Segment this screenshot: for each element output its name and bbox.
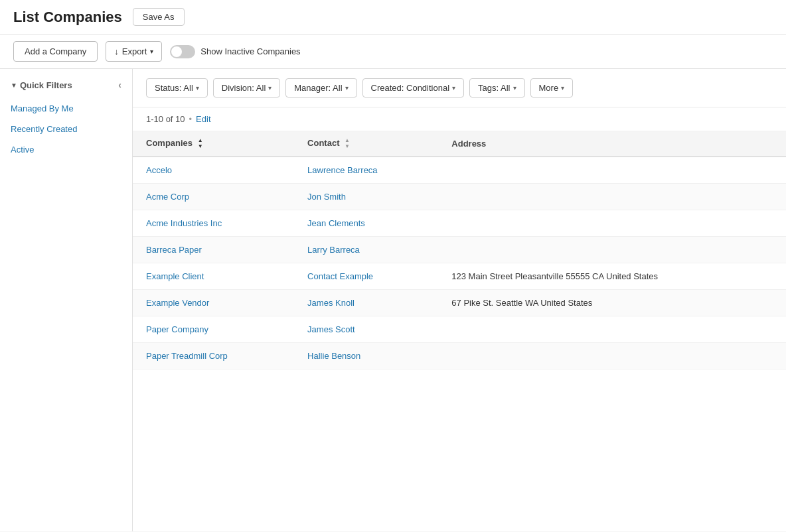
company-link[interactable]: Barreca Paper <box>146 245 202 255</box>
page-title: List Companies <box>13 9 122 26</box>
created-caret-icon: ▾ <box>452 84 455 92</box>
company-cell: Barreca Paper <box>133 237 294 263</box>
created-filter-button[interactable]: Created: Conditional ▾ <box>362 78 465 98</box>
contact-link[interactable]: James Knoll <box>307 298 354 308</box>
company-cell: Paper Company <box>133 316 294 343</box>
sidebar-item-active[interactable]: Active <box>0 139 132 160</box>
table-meta: 1-10 of 10 • Edit <box>133 107 786 131</box>
company-link[interactable]: Paper Treadmill Corp <box>146 351 228 361</box>
table-row: Acme Industries IncJean Clements <box>133 210 786 237</box>
contact-link[interactable]: Lawrence Barreca <box>307 165 378 175</box>
sidebar: ▼ Quick Filters ‹ Managed By Me Recently… <box>0 69 133 531</box>
collapse-icon[interactable]: ‹ <box>118 80 121 90</box>
contact-link[interactable]: Larry Barreca <box>307 245 360 255</box>
contact-column-header[interactable]: Contact ▲ ▼ <box>294 131 438 157</box>
table-range: 1-10 of 10 <box>146 114 185 124</box>
address-cell <box>438 237 786 263</box>
more-caret-icon: ▾ <box>561 84 564 92</box>
address-cell <box>438 184 786 210</box>
address-cell: 67 Pike St. Seattle WA United States <box>438 290 786 316</box>
contact-link[interactable]: Contact Example <box>307 271 373 281</box>
table-row: Acme CorpJon Smith <box>133 184 786 210</box>
export-label: Export <box>122 46 147 56</box>
contact-link[interactable]: Jean Clements <box>307 218 365 228</box>
companies-sort-icon: ▲ ▼ <box>198 138 203 149</box>
company-link[interactable]: Accelo <box>146 165 172 175</box>
company-link[interactable]: Acme Industries Inc <box>146 218 222 228</box>
sidebar-item-recently-created[interactable]: Recently Created <box>0 119 132 139</box>
contact-cell: Larry Barreca <box>294 237 438 263</box>
contact-cell: Jean Clements <box>294 210 438 237</box>
contact-cell: James Knoll <box>294 290 438 316</box>
company-cell: Acme Industries Inc <box>133 210 294 237</box>
edit-link[interactable]: Edit <box>196 114 210 124</box>
status-filter-label: Status: All <box>155 83 193 93</box>
company-cell: Example Vendor <box>133 290 294 316</box>
address-column-header: Address <box>438 131 786 157</box>
more-filter-label: More <box>539 83 559 93</box>
table-row: Barreca PaperLarry Barreca <box>133 237 786 263</box>
address-cell <box>438 316 786 343</box>
top-bar: List Companies Save As <box>0 0 786 34</box>
created-filter-label: Created: Conditional <box>371 83 450 93</box>
chevron-down-icon: ▼ <box>11 82 17 89</box>
table-row: Example ClientContact Example123 Main St… <box>133 263 786 290</box>
company-link[interactable]: Acme Corp <box>146 192 189 202</box>
companies-table: Companies ▲ ▼ Contact ▲ ▼ <box>133 131 786 369</box>
tags-caret-icon: ▾ <box>513 84 516 92</box>
company-link[interactable]: Paper Company <box>146 324 208 334</box>
manager-filter-button[interactable]: Manager: All ▾ <box>285 78 356 98</box>
table-row: AcceloLawrence Barreca <box>133 157 786 184</box>
meta-dot: • <box>189 114 193 124</box>
quick-filters-label: Quick Filters <box>20 80 72 90</box>
sidebar-header-label: ▼ Quick Filters <box>11 80 72 90</box>
companies-column-header[interactable]: Companies ▲ ▼ <box>133 131 294 157</box>
tags-filter-button[interactable]: Tags: All ▾ <box>469 78 524 98</box>
contact-link[interactable]: Jon Smith <box>307 192 346 202</box>
content-area: Status: All ▾ Division: All ▾ Manager: A… <box>133 69 786 531</box>
show-inactive-wrapper: Show Inactive Companies <box>170 45 300 58</box>
table-row: Paper CompanyJames Scott <box>133 316 786 343</box>
manager-caret-icon: ▾ <box>345 84 349 92</box>
contact-link[interactable]: James Scott <box>307 324 355 334</box>
address-cell <box>438 210 786 237</box>
filter-bar: Status: All ▾ Division: All ▾ Manager: A… <box>133 69 786 107</box>
sidebar-item-managed-by-me[interactable]: Managed By Me <box>0 98 132 119</box>
company-cell: Acme Corp <box>133 184 294 210</box>
contact-cell: Contact Example <box>294 263 438 290</box>
download-icon: ↓ <box>114 46 119 56</box>
save-as-button[interactable]: Save As <box>133 8 185 26</box>
table-row: Paper Treadmill CorpHallie Benson <box>133 343 786 369</box>
table-header-row: Companies ▲ ▼ Contact ▲ ▼ <box>133 131 786 157</box>
company-cell: Paper Treadmill Corp <box>133 343 294 369</box>
show-inactive-toggle[interactable] <box>170 45 195 58</box>
chevron-down-icon: ▾ <box>150 48 153 55</box>
action-bar: Add a Company ↓ Export ▾ Show Inactive C… <box>0 34 786 69</box>
sidebar-header: ▼ Quick Filters ‹ <box>0 80 132 98</box>
add-company-button[interactable]: Add a Company <box>13 41 98 62</box>
table-body: AcceloLawrence BarrecaAcme CorpJon Smith… <box>133 157 786 369</box>
address-cell <box>438 343 786 369</box>
contact-sort-icon: ▲ ▼ <box>345 138 350 149</box>
manager-filter-label: Manager: All <box>294 83 342 93</box>
main-layout: ▼ Quick Filters ‹ Managed By Me Recently… <box>0 69 786 531</box>
company-link[interactable]: Example Client <box>146 271 204 281</box>
contact-cell: James Scott <box>294 316 438 343</box>
address-cell: 123 Main Street Pleasantville 55555 CA U… <box>438 263 786 290</box>
tags-filter-label: Tags: All <box>478 83 510 93</box>
address-cell <box>438 157 786 184</box>
company-cell: Example Client <box>133 263 294 290</box>
status-caret-icon: ▾ <box>196 84 199 92</box>
contact-link[interactable]: Hallie Benson <box>307 351 360 361</box>
company-link[interactable]: Example Vendor <box>146 298 209 308</box>
division-filter-label: Division: All <box>222 83 266 93</box>
contact-cell: Jon Smith <box>294 184 438 210</box>
table-row: Example VendorJames Knoll67 Pike St. Sea… <box>133 290 786 316</box>
status-filter-button[interactable]: Status: All ▾ <box>146 78 208 98</box>
export-button[interactable]: ↓ Export ▾ <box>106 41 162 62</box>
contact-cell: Lawrence Barreca <box>294 157 438 184</box>
more-filter-button[interactable]: More ▾ <box>530 78 574 98</box>
division-filter-button[interactable]: Division: All ▾ <box>213 78 280 98</box>
contact-cell: Hallie Benson <box>294 343 438 369</box>
company-cell: Accelo <box>133 157 294 184</box>
